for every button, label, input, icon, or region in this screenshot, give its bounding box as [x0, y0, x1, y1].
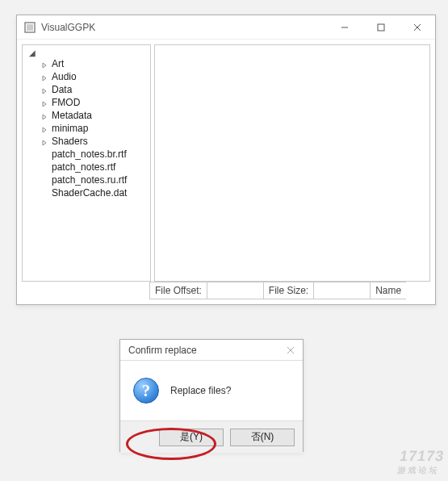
svg-rect-3	[378, 24, 384, 31]
file-name-label: Name	[371, 282, 406, 299]
main-window: VisualGGPK ◢ ArtAudioDataFMODMetadatamin…	[16, 15, 436, 305]
tree-item-label: patch_notes.br.rtf	[52, 148, 127, 160]
tree-folder[interactable]: Metadata	[27, 109, 150, 122]
titlebar[interactable]: VisualGGPK	[17, 15, 435, 40]
content-pane	[154, 44, 430, 282]
expand-icon[interactable]	[42, 98, 50, 107]
tree-file[interactable]: patch_notes.ru.rtf	[27, 174, 150, 186]
tree-file[interactable]: ShaderCache.dat	[27, 186, 150, 199]
tree-item-label: Audio	[52, 71, 77, 82]
tree-item-label: ShaderCache.dat	[52, 187, 127, 199]
question-icon: ?	[133, 378, 159, 404]
expand-icon[interactable]	[42, 137, 50, 145]
dialog-titlebar[interactable]: Confirm replace	[120, 340, 303, 361]
file-size-label: File Size:	[264, 282, 314, 299]
client-area: ◢ ArtAudioDataFMODMetadataminimapShaders…	[17, 40, 435, 282]
tree-file[interactable]: patch_notes.br.rtf	[27, 148, 150, 161]
close-button[interactable]	[399, 15, 435, 39]
tree-item-label: Data	[52, 84, 72, 95]
tree-item-label: Metadata	[52, 110, 92, 121]
file-size-value	[314, 282, 371, 299]
confirm-dialog: Confirm replace ? Replace files? 是(Y) 否(…	[119, 339, 304, 452]
tree-folder[interactable]: Data	[27, 83, 150, 96]
expand-icon[interactable]	[42, 111, 50, 119]
tree-items: ArtAudioDataFMODMetadataminimapShaderspa…	[27, 57, 150, 199]
dialog-title: Confirm replace	[127, 345, 278, 356]
tree-item-label: Art	[52, 58, 64, 69]
file-offset-label: File Offset:	[149, 282, 207, 299]
minimize-button[interactable]	[326, 15, 362, 39]
status-bar: File Offset: File Size: Name	[17, 282, 435, 304]
tree-folder[interactable]: Art	[27, 57, 150, 70]
tree-item-label: patch_notes.rtf	[52, 161, 115, 173]
dialog-message: Replace files?	[170, 385, 231, 396]
tree-view[interactable]: ◢ ArtAudioDataFMODMetadataminimapShaders…	[22, 44, 151, 282]
tree-item-label: Shaders	[52, 136, 88, 147]
svg-rect-1	[27, 24, 33, 31]
tree-folder[interactable]: minimap	[27, 122, 150, 135]
tree-item-label: minimap	[52, 123, 88, 134]
tree-file[interactable]: patch_notes.rtf	[27, 161, 150, 174]
maximize-button[interactable]	[362, 15, 399, 39]
watermark-sub: 游戏论坛	[396, 465, 443, 476]
no-button[interactable]: 否(N)	[230, 429, 295, 446]
yes-button[interactable]: 是(Y)	[159, 429, 224, 446]
expand-icon[interactable]	[42, 86, 50, 94]
dialog-close-button[interactable]	[278, 340, 303, 360]
dialog-body: ? Replace files?	[120, 361, 303, 420]
file-offset-value	[207, 282, 264, 299]
expand-icon[interactable]	[42, 73, 50, 81]
app-icon	[23, 21, 36, 34]
tree-folder[interactable]: Audio	[27, 70, 150, 83]
tree-root-collapse-icon[interactable]: ◢	[27, 48, 150, 57]
watermark-text: 17173	[398, 448, 446, 464]
expand-icon[interactable]	[42, 60, 50, 68]
tree-item-label: patch_notes.ru.rtf	[52, 174, 127, 186]
watermark: 17173 游戏论坛	[396, 448, 446, 476]
tree-folder[interactable]: FMOD	[27, 96, 150, 109]
window-controls	[326, 15, 435, 39]
dialog-button-bar: 是(Y) 否(N)	[120, 420, 303, 453]
expand-icon[interactable]	[42, 124, 50, 132]
window-title: VisualGGPK	[41, 22, 326, 33]
tree-folder[interactable]: Shaders	[27, 135, 150, 148]
tree-item-label: FMOD	[52, 97, 80, 108]
